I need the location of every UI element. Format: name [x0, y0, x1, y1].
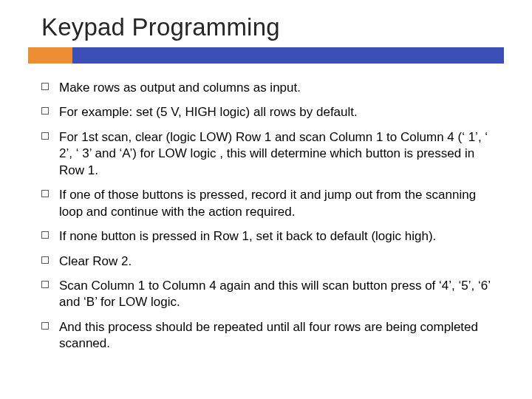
- bullet-text: If none button is pressed in Row 1, set …: [59, 229, 436, 243]
- bullet-text: Make rows as output and columns as input…: [59, 81, 301, 95]
- bullet-text: For example: set (5 V, HIGH logic) all r…: [59, 105, 358, 119]
- bullet-text: For 1st scan, clear (logic LOW) Row 1 an…: [59, 130, 488, 177]
- list-item: Scan Column 1 to Column 4 again and this…: [41, 278, 501, 311]
- bullet-text: If one of those buttons is pressed, reco…: [59, 188, 476, 218]
- page-title: Keypad Programming: [41, 13, 504, 41]
- bullet-text: And this process should be repeated unti…: [59, 320, 478, 350]
- list-item: Make rows as output and columns as input…: [41, 80, 501, 96]
- list-item: For 1st scan, clear (logic LOW) Row 1 an…: [41, 129, 501, 179]
- bullet-text: Clear Row 2.: [59, 254, 132, 268]
- accent-blue: [72, 47, 504, 64]
- title-underline: [28, 47, 504, 64]
- list-item: For example: set (5 V, HIGH logic) all r…: [41, 104, 501, 120]
- list-item: And this process should be repeated unti…: [41, 319, 501, 352]
- list-item: If one of those buttons is pressed, reco…: [41, 187, 501, 220]
- accent-orange: [28, 47, 72, 64]
- slide: Keypad Programming Make rows as output a…: [0, 0, 532, 399]
- list-item: Clear Row 2.: [41, 253, 501, 270]
- bullet-text: Scan Column 1 to Column 4 again and this…: [59, 279, 490, 309]
- list-item: If none button is pressed in Row 1, set …: [41, 228, 501, 245]
- bullet-list: Make rows as output and columns as input…: [28, 80, 504, 352]
